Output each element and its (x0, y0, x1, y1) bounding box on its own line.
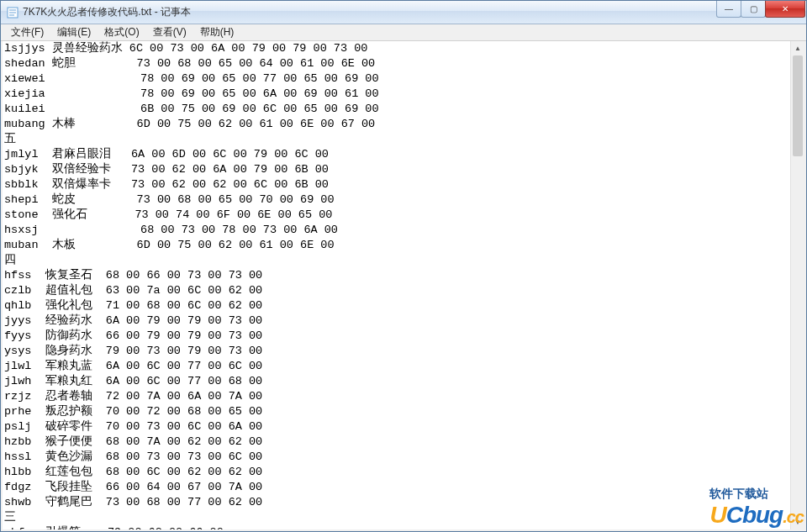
menubar: 文件(F) 编辑(E) 格式(O) 查看(V) 帮助(H) (1, 24, 806, 41)
window-title: 7K7K火火忍者传修改代码.txt - 记事本 (23, 5, 806, 19)
menu-view[interactable]: 查看(V) (146, 24, 193, 41)
close-icon: ✕ (782, 4, 789, 13)
notepad-window: 7K7K火火忍者传修改代码.txt - 记事本 — ▢ ✕ 文件(F) 编辑(E… (0, 0, 807, 532)
scroll-down-button[interactable]: ▼ (791, 515, 804, 529)
vertical-scrollbar[interactable]: ▲ ▼ (790, 41, 804, 529)
chevron-down-icon: ▼ (794, 519, 801, 526)
titlebar[interactable]: 7K7K火火忍者传修改代码.txt - 记事本 — ▢ ✕ (1, 1, 806, 24)
minimize-button[interactable]: — (716, 1, 741, 18)
maximize-button[interactable]: ▢ (741, 1, 766, 18)
chevron-up-icon: ▲ (794, 45, 801, 52)
notepad-icon (6, 6, 19, 19)
content-wrapper: lsjjys 灵兽经验药水 6C 00 73 00 6A 00 79 00 79… (1, 41, 806, 531)
window-controls: — ▢ ✕ (717, 1, 805, 18)
menu-edit[interactable]: 编辑(E) (50, 24, 98, 41)
scroll-track[interactable] (791, 55, 804, 515)
menu-help[interactable]: 帮助(H) (193, 24, 241, 41)
close-button[interactable]: ✕ (765, 1, 805, 18)
menu-format[interactable]: 格式(O) (98, 24, 145, 41)
scroll-thumb[interactable] (793, 55, 803, 156)
menu-file[interactable]: 文件(F) (4, 24, 50, 41)
minimize-icon: — (725, 4, 733, 13)
scroll-up-button[interactable]: ▲ (791, 41, 804, 55)
maximize-icon: ▢ (750, 4, 757, 13)
text-editor[interactable]: lsjjys 灵兽经验药水 6C 00 73 00 6A 00 79 00 79… (3, 41, 790, 529)
